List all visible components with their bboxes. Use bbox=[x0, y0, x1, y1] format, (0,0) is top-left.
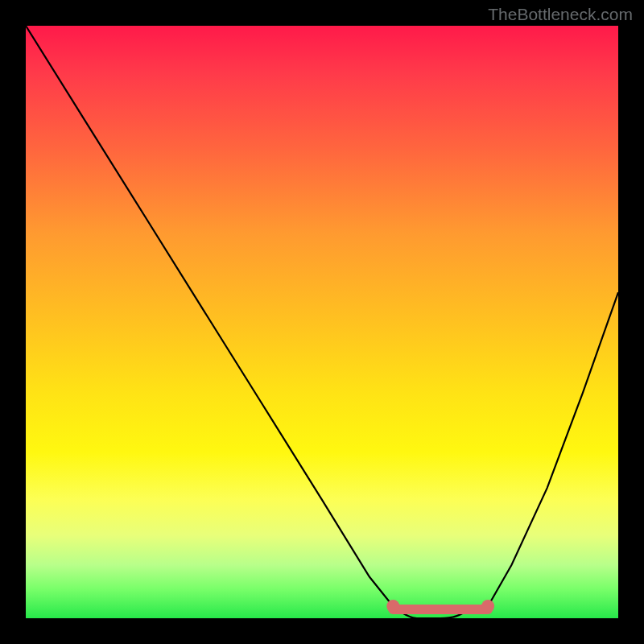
curve-svg bbox=[26, 26, 618, 618]
optimal-marker-right bbox=[481, 600, 494, 613]
optimal-marker-left bbox=[386, 600, 399, 613]
plot-area bbox=[26, 26, 618, 618]
bottleneck-curve-path bbox=[26, 26, 618, 618]
chart-container: TheBottleneck.com bbox=[0, 0, 644, 644]
watermark-text: TheBottleneck.com bbox=[488, 5, 633, 24]
